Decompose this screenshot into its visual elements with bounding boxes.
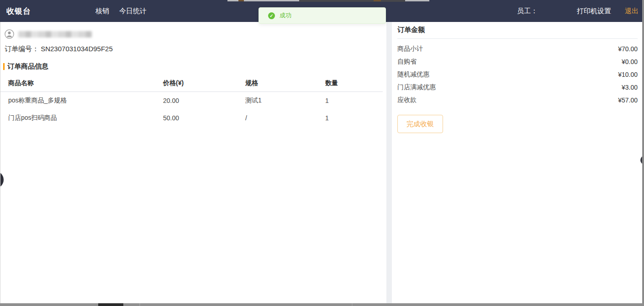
summary-label: 随机减优惠 xyxy=(397,70,429,79)
table-row: 门店pos扫码商品 50.00 / 1 xyxy=(0,109,383,127)
cell-price: 50.00 xyxy=(163,114,245,122)
section-title: 订单商品信息 xyxy=(3,62,386,71)
customer-row xyxy=(5,29,386,39)
summary-value: ¥10.00 xyxy=(618,71,638,78)
table-row: pos称重商品_多规格 20.00 测试1 1 xyxy=(0,92,383,109)
summary-rows: 商品小计 ¥70.00 自购省 ¥0.00 随机减优惠 ¥10.00 门店满减优… xyxy=(397,43,638,107)
nav-today-stats[interactable]: 今日统计 xyxy=(119,7,147,16)
employee-name-redacted xyxy=(539,8,566,14)
success-check-icon: ✓ xyxy=(268,12,275,19)
taskbar-dark-segment xyxy=(98,303,123,306)
summary-row: 门店满减优惠 ¥3.00 xyxy=(397,81,638,94)
complete-checkout-button[interactable]: 完成收银 xyxy=(397,115,443,133)
person-avatar-icon xyxy=(5,29,14,39)
summary-value: ¥70.00 xyxy=(618,45,638,53)
window-top-edge-fragment xyxy=(374,0,381,1)
employee-label: 员工： xyxy=(517,7,538,16)
cell-product-name: 门店pos扫码商品 xyxy=(0,114,163,122)
left-drawer-handle[interactable] xyxy=(0,171,4,188)
store-name-redacted xyxy=(37,7,83,15)
order-number-label: 订单编号： xyxy=(5,45,39,53)
cell-price: 20.00 xyxy=(163,97,245,104)
cell-spec: / xyxy=(245,114,325,122)
summary-label: 商品小计 xyxy=(397,45,423,53)
printer-settings-button[interactable]: 打印机设置 xyxy=(577,7,611,16)
section-accent-bar xyxy=(3,63,5,70)
summary-row: 随机减优惠 ¥10.00 xyxy=(397,68,638,81)
summary-title: 订单金额 xyxy=(397,22,638,39)
customer-name-redacted xyxy=(18,31,92,38)
table-header-row: 商品名称 价格(¥) 规格 数量 xyxy=(0,75,383,92)
goods-table: 商品名称 价格(¥) 规格 数量 pos称重商品_多规格 20.00 测试1 1… xyxy=(0,75,383,127)
order-amount-panel: 订单金额 商品小计 ¥70.00 自购省 ¥0.00 随机减优惠 ¥10.00 … xyxy=(392,22,644,303)
taskbar-separator xyxy=(139,303,140,306)
summary-value: ¥0.00 xyxy=(622,58,638,65)
window-top-edge-fragment xyxy=(238,0,244,1)
topbar-right: 员工： 打印机设置 退出 xyxy=(517,7,639,16)
header-spec: 规格 xyxy=(245,79,325,87)
order-number-line: 订单编号： SN2307031034D95F25 xyxy=(5,45,386,54)
summary-label: 门店满减优惠 xyxy=(397,83,436,91)
summary-row: 自购省 ¥0.00 xyxy=(397,55,638,68)
summary-value: ¥3.00 xyxy=(622,84,638,91)
window-left-edge xyxy=(0,22,0,303)
header-price: 价格(¥) xyxy=(163,79,245,87)
summary-label: 自购省 xyxy=(397,58,417,66)
header-quantity: 数量 xyxy=(325,79,383,87)
summary-value: ¥57.00 xyxy=(618,97,638,104)
cell-product-name: pos称重商品_多规格 xyxy=(0,97,163,105)
cell-spec: 测试1 xyxy=(245,97,325,105)
main-content: 订单编号： SN2307031034D95F25 订单商品信息 商品名称 价格(… xyxy=(0,22,644,303)
taskbar-strip xyxy=(0,303,644,306)
toast-message: 成功 xyxy=(280,11,291,20)
logout-button[interactable]: 退出 xyxy=(625,7,639,16)
panel-divider xyxy=(386,22,392,303)
section-title-text: 订单商品信息 xyxy=(7,62,48,71)
nav-verify[interactable]: 核销 xyxy=(95,7,109,16)
taskbar-separator xyxy=(352,303,353,306)
cell-quantity: 1 xyxy=(325,114,383,122)
order-number-value: SN2307031034D95F25 xyxy=(41,45,113,53)
success-toast: ✓ 成功 xyxy=(259,7,386,24)
app-title: 收银台 xyxy=(6,6,31,16)
header-product-name: 商品名称 xyxy=(0,79,163,87)
summary-row: 应收款 ¥57.00 xyxy=(397,94,638,107)
summary-label: 应收款 xyxy=(397,96,417,104)
order-goods-panel: 订单编号： SN2307031034D95F25 订单商品信息 商品名称 价格(… xyxy=(0,22,386,303)
cell-quantity: 1 xyxy=(325,97,383,104)
window-top-edge-fragment xyxy=(299,0,405,2)
window-right-edge xyxy=(642,0,644,306)
summary-row: 商品小计 ¥70.00 xyxy=(397,43,638,55)
